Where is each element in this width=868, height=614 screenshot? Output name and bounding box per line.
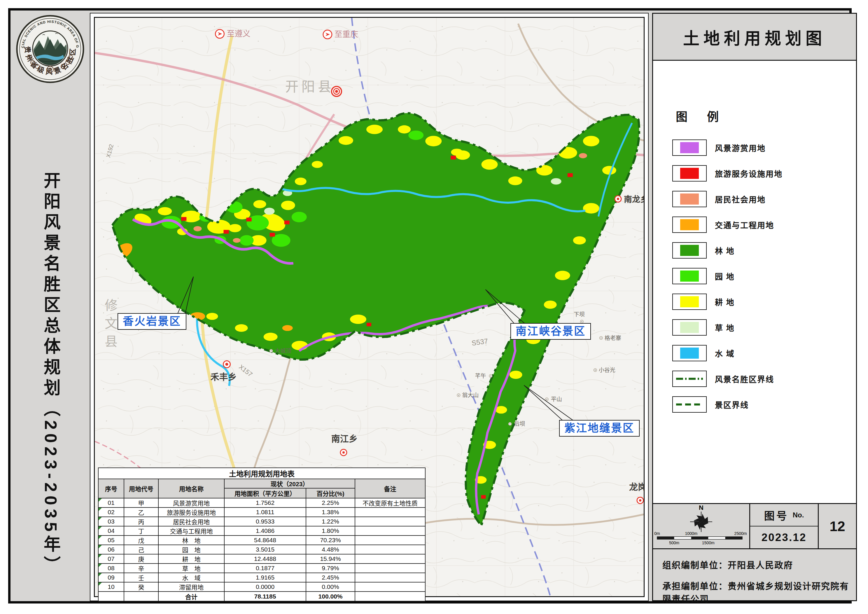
col-header-remark: 备注 — [355, 479, 425, 498]
neighbor-county-watermark: 修 文 县 — [105, 298, 118, 349]
legend-swatch — [672, 242, 707, 258]
landuse-table: 土地利用规划用地表 序号 用地代号 用地名称 现状（2023） 备注 用地面积（… — [98, 468, 426, 602]
legend-swatch — [672, 294, 707, 310]
legend-item: 风景游赏用地 — [672, 140, 856, 156]
scale-bar: 0m 1000m 2500m 500m 1500m — [654, 531, 747, 545]
town-nanlong: 南龙乡 — [624, 195, 644, 204]
plan-sheet: PROVINCIAL SCENIC AND HISTORIC AREA OF G… — [0, 0, 868, 614]
table-row: 09壬水 域1.91652.45% — [98, 573, 425, 582]
legend-swatch — [672, 165, 707, 182]
to-zunyi-label: 至遵义 — [226, 30, 250, 38]
legend-swatch — [672, 319, 707, 336]
compass-and-scalebar: N 0m 1000m — [653, 504, 749, 547]
sheet-date: 2023.12 — [750, 527, 818, 548]
credits-block: 组织编制单位：开阳县人民政府 承担编制单位：贵州省城乡规划设计研究院有限责任公司 — [653, 548, 856, 600]
legend-item: 风景名胜区界线 — [672, 371, 856, 387]
svg-text:县: 县 — [105, 334, 118, 349]
legend-swatch — [672, 345, 707, 361]
table-row: 07庚耕 地12.448815.94% — [98, 554, 425, 564]
svg-text:翁大山: 翁大山 — [462, 392, 479, 398]
to-chongqing-label: 至重庆 — [335, 30, 358, 39]
region-label-nanjiangxiagu[interactable]: 南江峡谷景区 — [510, 323, 591, 340]
color-chip — [680, 219, 699, 230]
legend-item: 林 地 — [672, 242, 856, 258]
table-row: 08辛草 地0.18779.79% — [98, 564, 425, 573]
color-chip — [680, 142, 699, 153]
legend-label: 居民社会用地 — [715, 193, 766, 205]
col-header-no: 序号 — [98, 479, 124, 498]
region-label-zijiangdifeng[interactable]: 紫江地缝景区 — [559, 420, 640, 437]
right-panel: 土地利用规划图 图 例 风景游赏用地 旅游服务设施用地 居民社会用地 交通与工程… — [652, 13, 857, 601]
legend-swatch — [672, 371, 707, 387]
compass-scale-cell: N 0m 1000m — [653, 504, 750, 548]
color-chip — [680, 270, 699, 281]
figure-label: 图号 — [764, 507, 789, 523]
color-chip — [680, 193, 699, 205]
figure-no-label: No. — [793, 511, 804, 519]
legend-item: 草 地 — [672, 319, 856, 336]
svg-text:后坝: 后坝 — [514, 421, 525, 427]
county-watermark: 开阳县 — [285, 79, 334, 94]
table-row: 03丙居民社会用地0.95331.22% — [98, 517, 425, 526]
legend-item: 园 地 — [672, 268, 856, 284]
legend-swatch — [672, 268, 707, 284]
svg-text:1000m: 1000m — [685, 531, 698, 536]
table-row: 10癸滞留用地0.00000.00% — [98, 582, 425, 592]
color-chip — [680, 296, 699, 307]
col-header-area: 用地面积（平方公里） — [224, 488, 306, 498]
legend-item: 旅游服务设施用地 — [672, 165, 856, 182]
svg-text:小谷光: 小谷光 — [599, 367, 615, 373]
svg-text:平山: 平山 — [551, 396, 562, 403]
svg-text:大城顶: 大城顶 — [275, 348, 291, 354]
color-chip — [680, 245, 699, 256]
table-row: 06己园 地3.50154.48% — [98, 545, 425, 554]
svg-text:1500m: 1500m — [702, 541, 715, 545]
table-row: 04丁交通与工程用地1.40861.80% — [98, 526, 425, 535]
organizer-credit: 组织编制单位：开阳县人民政府 — [662, 558, 856, 571]
table-title: 土地利用规划用地表 — [98, 468, 425, 479]
plan-title-vertical: 开阳风景名胜区总体规划（2023-2035年） — [39, 172, 63, 577]
legend-swatch — [672, 396, 707, 413]
svg-text:0m: 0m — [654, 531, 660, 536]
legend-label: 水 域 — [715, 348, 735, 359]
dash-line-sample — [676, 403, 704, 406]
svg-text:文: 文 — [105, 316, 118, 331]
dashdot-line-sample — [676, 377, 704, 381]
north-label: N — [699, 504, 704, 511]
svg-text:500m: 500m — [669, 541, 679, 545]
scenic-area-emblem: PROVINCIAL SCENIC AND HISTORIC AREA OF G… — [15, 13, 86, 85]
legend-label: 交通与工程用地 — [715, 219, 774, 230]
author-credit: 承担编制单位：贵州省城乡规划设计研究院有限责任公司 — [662, 579, 856, 605]
town-nanjiang: 南江乡 — [331, 434, 358, 444]
col-header-status: 现状（2023） — [224, 479, 355, 488]
col-header-code: 用地代号 — [124, 479, 158, 498]
legend-label: 草 地 — [715, 322, 735, 333]
legend-item: 交通与工程用地 — [672, 216, 856, 233]
svg-text:芊午: 芊午 — [475, 373, 486, 379]
legend-swatch — [672, 191, 707, 207]
col-header-name: 用地名称 — [158, 479, 224, 498]
legend-label: 林 地 — [715, 245, 735, 256]
legend-label: 园 地 — [715, 270, 735, 282]
legend-item: 耕 地 — [672, 294, 856, 310]
legend-item: 景区界线 — [672, 396, 856, 413]
legend-label: 耕 地 — [715, 296, 735, 308]
figure-number-cell: 图号 No. 2023.12 — [750, 504, 819, 548]
table-total-row: 合计78.1185100.00% — [98, 592, 425, 601]
legend-item: 水 域 — [672, 345, 856, 361]
legend-label: 旅游服务设施用地 — [715, 168, 783, 179]
table-row: 05戊林 地54.864870.23% — [98, 535, 425, 545]
sheet-title: 土地利用规划图 — [653, 14, 856, 61]
region-label-xianghuoyan[interactable]: 香火岩景区 — [118, 313, 186, 330]
legend-label: 景区界线 — [715, 399, 749, 410]
legend-label: 风景名胜区界线 — [715, 373, 774, 385]
figure-number-value: 12 — [819, 504, 856, 548]
legend-heading: 图 例 — [676, 107, 856, 124]
legend-swatch — [672, 216, 707, 233]
table-row: 02乙旅游服务设施用地1.08111.38% — [98, 507, 425, 517]
legend-item: 居民社会用地 — [672, 191, 856, 207]
col-header-pct: 百分比(%) — [306, 488, 355, 498]
legend-swatch — [672, 140, 707, 156]
town-hefeng: 禾丰乡 — [210, 372, 237, 382]
legend-panel: 图 例 风景游赏用地 旅游服务设施用地 居民社会用地 交通与工程用地 林 地 — [653, 61, 856, 503]
